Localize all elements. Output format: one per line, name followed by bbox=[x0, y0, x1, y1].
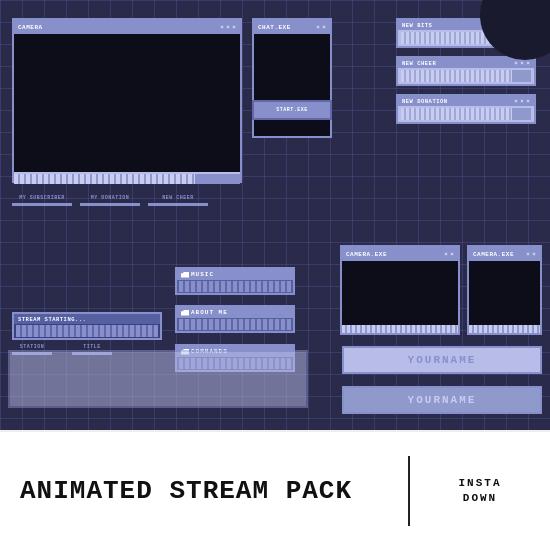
med-wc1-title: CAMERA.EXE bbox=[346, 251, 387, 258]
new-donation-bar: NEW DONATION bbox=[398, 96, 534, 106]
new-donation-notification: NEW DONATION bbox=[396, 94, 536, 124]
new-cheer-progress bbox=[401, 70, 512, 82]
chat-title-text: CHAT.EXE bbox=[258, 24, 291, 31]
instant-text-1: INSTA bbox=[458, 476, 501, 491]
donation-bar bbox=[80, 203, 140, 206]
new-bits-label: NEW BITS bbox=[402, 22, 432, 29]
chat-content bbox=[254, 34, 330, 136]
about-title-text: ABOUT ME bbox=[191, 309, 228, 316]
music-panel[interactable]: MUSIC bbox=[175, 267, 295, 295]
cheer-text: NEW CHEER bbox=[162, 195, 194, 201]
mw2-dot-1 bbox=[526, 252, 530, 256]
main-webcam-window: CAMERA bbox=[12, 18, 242, 183]
animated-stream-pack-text: ANIMATED STREAM PACK bbox=[20, 476, 352, 506]
yourname-bottom-text: YOURNAME bbox=[408, 394, 477, 406]
medium-webcam-1: CAMERA.EXE bbox=[340, 245, 460, 335]
new-donation-dots bbox=[514, 99, 530, 103]
about-title-bar: ABOUT ME bbox=[177, 307, 293, 318]
background-panel bbox=[8, 350, 308, 408]
main-webcam-title-text: CAMERA bbox=[18, 24, 43, 31]
chat-titlebar: CHAT.EXE bbox=[254, 20, 330, 34]
about-progress bbox=[179, 319, 291, 330]
music-title-text: MUSIC bbox=[191, 271, 214, 278]
music-progress bbox=[179, 281, 291, 292]
med-wc1-content bbox=[342, 261, 458, 325]
cheer2-dot-3 bbox=[526, 61, 530, 65]
animated-label: NIMATED STREAM PACK bbox=[37, 476, 352, 506]
main-webcam-progress-inner bbox=[14, 174, 195, 184]
top-section: CAMERA CHAT.EXE bbox=[0, 0, 550, 430]
instant-text-2: DOWN bbox=[463, 491, 497, 506]
new-cheer-dots bbox=[514, 61, 530, 65]
stream-starting-panel: STREAM STARTING... bbox=[12, 312, 162, 340]
stream-starting-progress bbox=[16, 325, 158, 337]
titlebar-dot-1 bbox=[220, 25, 224, 29]
main-webcam-progress bbox=[14, 174, 240, 184]
music-folder-icon bbox=[181, 272, 189, 278]
stream-starting-bar: STREAM STARTING... bbox=[14, 314, 160, 324]
don-dot-2 bbox=[520, 99, 524, 103]
mw2-dot-2 bbox=[532, 252, 536, 256]
cheer2-dot-1 bbox=[514, 61, 518, 65]
new-cheer-content bbox=[401, 70, 531, 82]
medium-webcam-2: CAMERA.EXE bbox=[467, 245, 542, 335]
yourname-panel-bottom: YOURNAME bbox=[342, 386, 542, 414]
bottom-section: ANIMATED STREAM PACK INSTA DOWN bbox=[0, 430, 550, 550]
bottom-label-panels: MY SUBSCRIBER MY DONATION NEW CHEER bbox=[12, 195, 208, 206]
chat-dot-1 bbox=[316, 25, 320, 29]
cheer-label: NEW CHEER bbox=[148, 195, 208, 206]
chat-dot-2 bbox=[322, 25, 326, 29]
med-wc1-dots bbox=[444, 252, 454, 256]
new-donation-content bbox=[401, 108, 531, 120]
main-container: CAMERA CHAT.EXE bbox=[0, 0, 550, 550]
start-exe-button[interactable]: START.EXE bbox=[252, 100, 332, 120]
med-wc2-titlebar: CAMERA.EXE bbox=[469, 247, 540, 261]
bottom-left: ANIMATED STREAM PACK bbox=[0, 476, 408, 506]
a-prefix: A bbox=[20, 476, 37, 506]
med-wc1-progress bbox=[342, 325, 458, 333]
new-cheer-notification: NEW CHEER bbox=[396, 56, 536, 86]
donation-label: MY DONATION bbox=[80, 195, 140, 206]
cheer-bar bbox=[148, 203, 208, 206]
main-webcam-titlebar: CAMERA bbox=[14, 20, 240, 34]
music-title-bar: MUSIC bbox=[177, 269, 293, 280]
mw1-dot-1 bbox=[444, 252, 448, 256]
don-dot-3 bbox=[526, 99, 530, 103]
start-exe-text: START.EXE bbox=[276, 107, 308, 113]
chat-dots bbox=[316, 25, 326, 29]
med-wc2-content bbox=[469, 261, 540, 325]
med-wc2-progress bbox=[469, 325, 540, 333]
about-folder-icon bbox=[181, 310, 189, 316]
med-wc1-titlebar: CAMERA.EXE bbox=[342, 247, 458, 261]
donation-text: MY DONATION bbox=[91, 195, 130, 201]
new-cheer-label: NEW CHEER bbox=[402, 60, 436, 67]
subscriber-label: MY SUBSCRIBER bbox=[12, 195, 72, 206]
chat-window: CHAT.EXE bbox=[252, 18, 332, 138]
yourname-top-text: YOURNAME bbox=[408, 354, 477, 366]
don-dot-1 bbox=[514, 99, 518, 103]
stream-starting-text: STREAM STARTING... bbox=[18, 316, 86, 323]
bottom-right: INSTA DOWN bbox=[410, 476, 550, 507]
subscriber-text: MY SUBSCRIBER bbox=[19, 195, 65, 201]
new-cheer-bar: NEW CHEER bbox=[398, 58, 534, 68]
titlebar-dot-2 bbox=[226, 25, 230, 29]
dark-circle-decoration bbox=[480, 0, 550, 60]
med-wc2-title: CAMERA.EXE bbox=[473, 251, 514, 258]
cheer2-dot-2 bbox=[520, 61, 524, 65]
med-wc2-dots bbox=[526, 252, 536, 256]
about-me-panel[interactable]: ABOUT ME bbox=[175, 305, 295, 333]
titlebar-dot-3 bbox=[232, 25, 236, 29]
mw1-dot-2 bbox=[450, 252, 454, 256]
yourname-panel-top: YOURNAME bbox=[342, 346, 542, 374]
new-donation-progress bbox=[401, 108, 512, 120]
subscriber-bar bbox=[12, 203, 72, 206]
main-webcam-content bbox=[14, 34, 240, 172]
titlebar-dots bbox=[220, 25, 236, 29]
new-donation-label: NEW DONATION bbox=[402, 98, 448, 105]
